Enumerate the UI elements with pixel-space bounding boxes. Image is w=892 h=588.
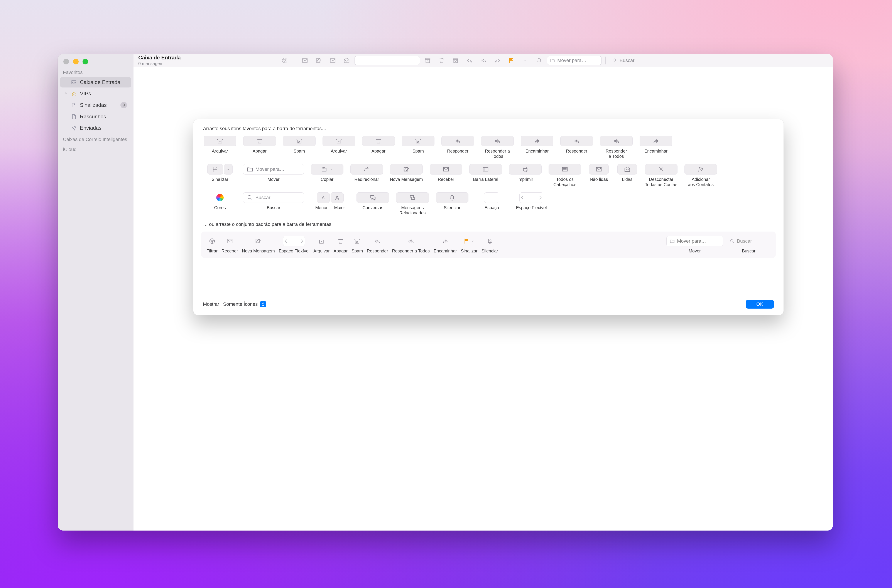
customize-toolbar-sheet: Arraste seus itens favoritos para a barr… <box>193 119 784 315</box>
show-select[interactable]: Somente Ícones <box>223 301 266 307</box>
sidebar-header-favorites: Favoritos <box>58 67 134 76</box>
palette-espaco[interactable]: Espaço <box>473 192 510 216</box>
archive-button-2[interactable] <box>422 56 434 65</box>
updown-icon <box>260 301 266 307</box>
palette-encaminhar-2[interactable]: Encaminhar <box>637 136 675 159</box>
reply-icon <box>573 138 580 144</box>
zoom-dot[interactable] <box>83 59 88 64</box>
minimize-dot[interactable] <box>73 59 78 64</box>
default-sinalizar: Sinalizar <box>461 236 478 254</box>
sidebar-item-inbox[interactable]: Caixa de Entrada <box>60 77 131 87</box>
reply-button[interactable] <box>463 56 475 65</box>
junk-button[interactable] <box>450 56 462 65</box>
archive-button[interactable] <box>326 56 339 65</box>
palette-mover[interactable]: Mover para…Mover <box>241 164 306 187</box>
palette-adicionar-contatos[interactable]: Adicionar aos Contatos <box>682 164 719 187</box>
palette-desconectar[interactable]: Desconectar Todas as Contas <box>642 164 680 187</box>
tray-icon <box>71 79 77 85</box>
palette-apagar[interactable]: Apagar <box>241 136 278 159</box>
palette-cores[interactable]: Cores <box>201 192 239 216</box>
flag-menu-button[interactable] <box>519 56 531 65</box>
palette-spam[interactable]: Spam <box>280 136 318 159</box>
sidebar-item-drafts[interactable]: Rascunhos <box>60 111 131 122</box>
mail-window: Favoritos Caixa de Entrada VIPs Sinaliza… <box>58 54 833 531</box>
trash-icon <box>256 138 263 144</box>
move-to-field[interactable]: Mover para… <box>547 56 602 65</box>
palette-barra-lateral[interactable]: Barra Lateral <box>467 164 504 187</box>
palette-lidas[interactable]: Lidas <box>614 164 640 187</box>
sidebar-item-vips[interactable]: VIPs <box>60 88 131 99</box>
color-wheel-icon <box>216 194 224 201</box>
palette-receber[interactable]: Receber <box>427 164 465 187</box>
filter-button[interactable] <box>278 56 291 65</box>
conversation-icon <box>370 194 376 201</box>
default-responder: Responder <box>367 236 388 254</box>
palette-relacionadas[interactable]: Mensagens Relacionadas <box>394 192 431 216</box>
palette-encaminhar[interactable]: Encaminhar <box>518 136 556 159</box>
palette-sinalizar[interactable]: Sinalizar <box>201 164 239 187</box>
palette-spam-2[interactable]: Spam <box>399 136 437 159</box>
forward-icon <box>534 138 540 144</box>
flex-space-icon <box>283 236 305 246</box>
palette-imprimir[interactable]: Imprimir <box>507 164 544 187</box>
chevron-down-icon <box>329 167 333 171</box>
palette-row-3: Cores BuscarBuscar A A MenorMaior Conver… <box>193 191 784 219</box>
palette-buscar[interactable]: BuscarBuscar <box>241 192 306 216</box>
chevron-down-icon <box>471 239 475 243</box>
star-icon <box>71 90 77 97</box>
delete-button[interactable] <box>436 56 448 65</box>
palette-redirecionar[interactable]: Redirecionar <box>348 164 385 187</box>
palette-responder-todos[interactable]: Responder a Todos <box>479 136 516 159</box>
ok-button[interactable]: OK <box>746 300 774 309</box>
paperplane-icon <box>71 125 77 131</box>
doc-icon <box>71 114 77 120</box>
sheet-instruction-default: … ou arraste o conjunto padrão para a ba… <box>193 219 784 230</box>
palette-row-2: Sinalizar Mover para…Mover Copiar Redire… <box>193 163 784 191</box>
palette-arquivar[interactable]: Arquivar <box>201 136 239 159</box>
flag-icon <box>212 166 218 172</box>
palette-nao-lidas[interactable]: Não lidas <box>586 164 612 187</box>
palette-arquivar-2[interactable]: Arquivar <box>320 136 358 159</box>
title-block: Caixa de Entrada 0 mensagem <box>137 55 277 66</box>
junk-icon <box>354 238 360 244</box>
reply-all-button[interactable] <box>477 56 490 65</box>
reply-all-icon <box>613 138 620 144</box>
palette-fonte[interactable]: A A MenorMaior <box>308 192 352 216</box>
archive-icon <box>217 138 223 144</box>
sidebar-header-smart: Caixas de Correio Inteligentes <box>58 134 134 144</box>
read-button[interactable] <box>341 56 353 65</box>
palette-responder-todos-2[interactable]: Responder a Todos <box>597 136 635 159</box>
close-dot[interactable] <box>63 59 69 64</box>
disconnect-icon <box>658 166 665 172</box>
sidebar-item-sent[interactable]: Enviadas <box>60 123 131 133</box>
compose-button[interactable] <box>313 56 325 65</box>
toolbar-search[interactable]: Buscar <box>609 56 696 65</box>
default-toolbar-set[interactable]: Filtrar Receber Nova Mensagem Espaço Fle… <box>201 231 776 258</box>
mute-button[interactable] <box>533 56 545 65</box>
window-subtitle: 0 mensagem <box>138 61 277 66</box>
print-icon <box>522 166 528 172</box>
palette-nova-mensagem[interactable]: Nova Mensagem <box>388 164 425 187</box>
sidebar-item-flagged[interactable]: Sinalizadas 9 <box>60 100 131 111</box>
palette-apagar-2[interactable]: Apagar <box>360 136 397 159</box>
sheet-instruction-top: Arraste seus itens favoritos para a barr… <box>193 119 784 135</box>
palette-cabecalhos[interactable]: Todos os Cabeçalhos <box>546 164 584 187</box>
flag-button[interactable] <box>505 56 517 65</box>
search-icon <box>247 194 253 201</box>
related-icon <box>409 194 416 201</box>
palette-responder[interactable]: Responder <box>439 136 477 159</box>
sidebar: Favoritos Caixa de Entrada VIPs Sinaliza… <box>58 54 134 531</box>
palette-silenciar[interactable]: Silenciar <box>433 192 471 216</box>
get-mail-button[interactable] <box>299 56 311 65</box>
reply-all-icon <box>494 138 501 144</box>
forward-button[interactable] <box>491 56 504 65</box>
window-controls <box>58 54 134 67</box>
palette-responder-2[interactable]: Responder <box>558 136 596 159</box>
font-larger-icon: A <box>331 192 344 203</box>
palette-copiar[interactable]: Copiar <box>308 164 346 187</box>
palette-conversas[interactable]: Conversas <box>354 192 391 216</box>
chevron-right-icon[interactable] <box>64 91 68 96</box>
toolbar-address-field[interactable] <box>355 56 420 65</box>
separator <box>605 57 606 64</box>
palette-espaco-flex[interactable]: Espaço Flexível <box>513 192 550 216</box>
